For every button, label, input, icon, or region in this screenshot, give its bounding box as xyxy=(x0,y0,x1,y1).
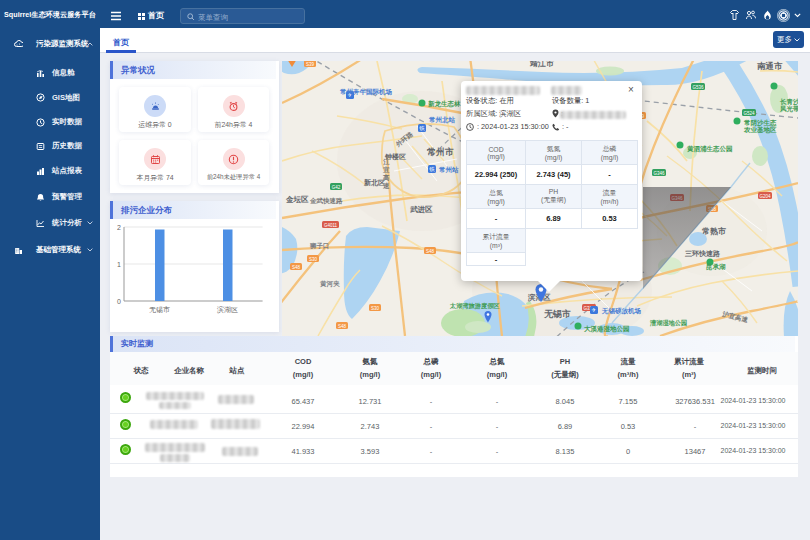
svg-text:常州奔牛国际机场: 常州奔牛国际机场 xyxy=(340,88,393,96)
svg-text:江: 江 xyxy=(383,158,390,166)
svg-text:G204: G204 xyxy=(759,194,771,199)
svg-text:速: 速 xyxy=(382,182,390,189)
svg-text:滨湖区: 滨湖区 xyxy=(217,305,238,314)
svg-text:三环快速路: 三环快速路 xyxy=(685,250,721,258)
svg-text:S48: S48 xyxy=(292,265,301,270)
svg-text:2: 2 xyxy=(117,224,121,231)
svg-text:S48: S48 xyxy=(338,324,347,329)
svg-text:G42: G42 xyxy=(332,185,341,190)
svg-text:风光带: 风光带 xyxy=(779,105,798,113)
svg-text:1: 1 xyxy=(117,261,121,268)
svg-text:G346: G346 xyxy=(653,171,665,176)
svg-text:高: 高 xyxy=(383,174,390,182)
svg-text:G524: G524 xyxy=(743,111,755,116)
svg-text:铁: 铁 xyxy=(428,166,435,172)
svg-text:大溪港湿地公园: 大溪港湿地公园 xyxy=(584,325,630,333)
svg-text:宜: 宜 xyxy=(383,166,390,173)
svg-text:新北区: 新北区 xyxy=(363,178,385,187)
svg-text:黄河夹: 黄河夹 xyxy=(319,280,340,288)
svg-text:靖江市: 靖江市 xyxy=(529,61,554,68)
svg-text:金武快速路: 金武快速路 xyxy=(309,197,343,205)
svg-text:漕湖湿地公园: 漕湖湿地公园 xyxy=(649,319,687,327)
svg-text:0: 0 xyxy=(117,298,121,305)
svg-text:农业基地区: 农业基地区 xyxy=(743,126,777,134)
svg-text:太湖湾旅游度假区: 太湖湾旅游度假区 xyxy=(449,302,500,310)
svg-text:S30: S30 xyxy=(309,257,318,262)
svg-text:G536: G536 xyxy=(692,85,704,90)
svg-text:常熟市: 常熟市 xyxy=(702,226,726,236)
svg-text:狮子口: 狮子口 xyxy=(309,242,330,250)
svg-text:S48: S48 xyxy=(426,249,435,254)
svg-text:S30: S30 xyxy=(371,306,380,311)
svg-text:金坛区: 金坛区 xyxy=(285,195,309,204)
svg-text:常州市: 常州市 xyxy=(427,147,454,157)
svg-text:武进区: 武进区 xyxy=(410,205,433,214)
svg-text:新龙生态林: 新龙生态林 xyxy=(428,100,461,108)
svg-text:南通市: 南通市 xyxy=(757,61,783,71)
svg-text:无锡硕放机场: 无锡硕放机场 xyxy=(601,307,642,315)
svg-text:无锡市: 无锡市 xyxy=(543,309,571,319)
svg-text:G4011: G4011 xyxy=(324,223,338,228)
svg-text:S39: S39 xyxy=(306,62,315,67)
svg-text:无锡市: 无锡市 xyxy=(149,305,170,314)
svg-text:黄泗浦生态公园: 黄泗浦生态公园 xyxy=(686,145,733,153)
svg-text:常州北站: 常州北站 xyxy=(429,116,456,124)
svg-text:✈: ✈ xyxy=(592,307,597,313)
svg-text:常州站: 常州站 xyxy=(439,166,459,174)
svg-text:铁: 铁 xyxy=(418,125,425,131)
svg-text:昆承湖: 昆承湖 xyxy=(706,263,726,271)
